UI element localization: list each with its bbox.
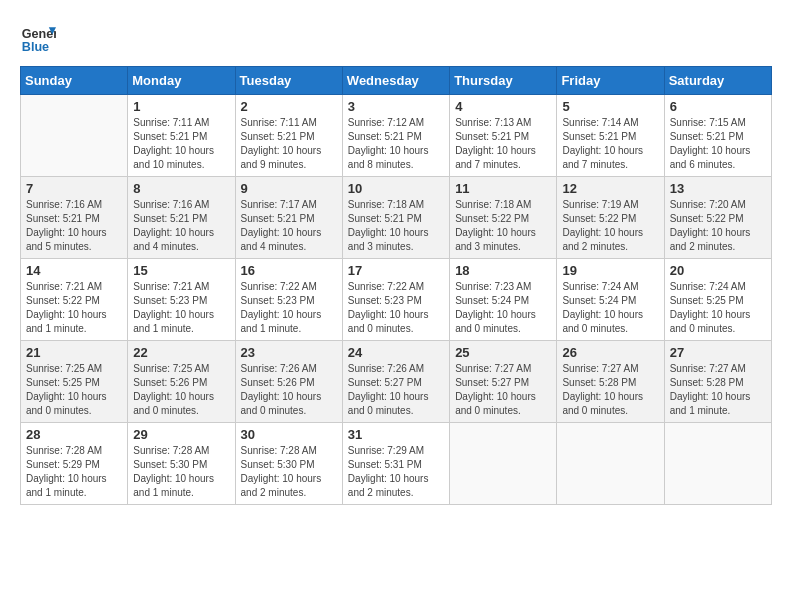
day-info: Sunrise: 7:22 AM Sunset: 5:23 PM Dayligh… <box>348 280 444 336</box>
calendar-cell <box>21 95 128 177</box>
calendar-cell: 31Sunrise: 7:29 AM Sunset: 5:31 PM Dayli… <box>342 423 449 505</box>
day-number: 20 <box>670 263 766 278</box>
calendar-cell: 11Sunrise: 7:18 AM Sunset: 5:22 PM Dayli… <box>450 177 557 259</box>
day-number: 3 <box>348 99 444 114</box>
logo: General Blue <box>20 20 62 56</box>
calendar-cell: 3Sunrise: 7:12 AM Sunset: 5:21 PM Daylig… <box>342 95 449 177</box>
day-info: Sunrise: 7:20 AM Sunset: 5:22 PM Dayligh… <box>670 198 766 254</box>
day-info: Sunrise: 7:28 AM Sunset: 5:30 PM Dayligh… <box>133 444 229 500</box>
day-number: 24 <box>348 345 444 360</box>
day-number: 26 <box>562 345 658 360</box>
day-of-week-header: Sunday <box>21 67 128 95</box>
calendar-cell: 22Sunrise: 7:25 AM Sunset: 5:26 PM Dayli… <box>128 341 235 423</box>
day-number: 13 <box>670 181 766 196</box>
calendar-cell: 15Sunrise: 7:21 AM Sunset: 5:23 PM Dayli… <box>128 259 235 341</box>
calendar-cell: 1Sunrise: 7:11 AM Sunset: 5:21 PM Daylig… <box>128 95 235 177</box>
day-info: Sunrise: 7:12 AM Sunset: 5:21 PM Dayligh… <box>348 116 444 172</box>
calendar-cell: 5Sunrise: 7:14 AM Sunset: 5:21 PM Daylig… <box>557 95 664 177</box>
day-number: 5 <box>562 99 658 114</box>
calendar-cell: 9Sunrise: 7:17 AM Sunset: 5:21 PM Daylig… <box>235 177 342 259</box>
day-info: Sunrise: 7:25 AM Sunset: 5:26 PM Dayligh… <box>133 362 229 418</box>
day-number: 14 <box>26 263 122 278</box>
day-number: 25 <box>455 345 551 360</box>
day-info: Sunrise: 7:15 AM Sunset: 5:21 PM Dayligh… <box>670 116 766 172</box>
calendar-cell: 24Sunrise: 7:26 AM Sunset: 5:27 PM Dayli… <box>342 341 449 423</box>
day-info: Sunrise: 7:17 AM Sunset: 5:21 PM Dayligh… <box>241 198 337 254</box>
day-number: 17 <box>348 263 444 278</box>
day-info: Sunrise: 7:27 AM Sunset: 5:28 PM Dayligh… <box>670 362 766 418</box>
day-number: 11 <box>455 181 551 196</box>
calendar-cell: 28Sunrise: 7:28 AM Sunset: 5:29 PM Dayli… <box>21 423 128 505</box>
calendar-cell <box>557 423 664 505</box>
calendar-cell: 13Sunrise: 7:20 AM Sunset: 5:22 PM Dayli… <box>664 177 771 259</box>
calendar-cell: 7Sunrise: 7:16 AM Sunset: 5:21 PM Daylig… <box>21 177 128 259</box>
day-number: 2 <box>241 99 337 114</box>
day-info: Sunrise: 7:11 AM Sunset: 5:21 PM Dayligh… <box>241 116 337 172</box>
day-info: Sunrise: 7:21 AM Sunset: 5:23 PM Dayligh… <box>133 280 229 336</box>
logo-icon: General Blue <box>20 20 56 56</box>
calendar-cell: 21Sunrise: 7:25 AM Sunset: 5:25 PM Dayli… <box>21 341 128 423</box>
day-of-week-header: Saturday <box>664 67 771 95</box>
page-header: General Blue <box>20 20 772 56</box>
calendar-cell: 16Sunrise: 7:22 AM Sunset: 5:23 PM Dayli… <box>235 259 342 341</box>
day-info: Sunrise: 7:22 AM Sunset: 5:23 PM Dayligh… <box>241 280 337 336</box>
day-info: Sunrise: 7:24 AM Sunset: 5:24 PM Dayligh… <box>562 280 658 336</box>
day-info: Sunrise: 7:13 AM Sunset: 5:21 PM Dayligh… <box>455 116 551 172</box>
day-number: 7 <box>26 181 122 196</box>
day-number: 10 <box>348 181 444 196</box>
day-number: 29 <box>133 427 229 442</box>
day-of-week-header: Thursday <box>450 67 557 95</box>
calendar-cell <box>664 423 771 505</box>
day-info: Sunrise: 7:24 AM Sunset: 5:25 PM Dayligh… <box>670 280 766 336</box>
day-info: Sunrise: 7:26 AM Sunset: 5:27 PM Dayligh… <box>348 362 444 418</box>
svg-text:Blue: Blue <box>22 40 49 54</box>
calendar-week-row: 28Sunrise: 7:28 AM Sunset: 5:29 PM Dayli… <box>21 423 772 505</box>
calendar-cell: 8Sunrise: 7:16 AM Sunset: 5:21 PM Daylig… <box>128 177 235 259</box>
calendar-cell <box>450 423 557 505</box>
calendar-week-row: 21Sunrise: 7:25 AM Sunset: 5:25 PM Dayli… <box>21 341 772 423</box>
day-info: Sunrise: 7:27 AM Sunset: 5:28 PM Dayligh… <box>562 362 658 418</box>
day-info: Sunrise: 7:29 AM Sunset: 5:31 PM Dayligh… <box>348 444 444 500</box>
day-number: 8 <box>133 181 229 196</box>
day-info: Sunrise: 7:16 AM Sunset: 5:21 PM Dayligh… <box>26 198 122 254</box>
calendar-cell: 4Sunrise: 7:13 AM Sunset: 5:21 PM Daylig… <box>450 95 557 177</box>
calendar-week-row: 14Sunrise: 7:21 AM Sunset: 5:22 PM Dayli… <box>21 259 772 341</box>
day-number: 30 <box>241 427 337 442</box>
day-number: 18 <box>455 263 551 278</box>
day-info: Sunrise: 7:11 AM Sunset: 5:21 PM Dayligh… <box>133 116 229 172</box>
day-number: 31 <box>348 427 444 442</box>
calendar-cell: 20Sunrise: 7:24 AM Sunset: 5:25 PM Dayli… <box>664 259 771 341</box>
day-number: 19 <box>562 263 658 278</box>
day-number: 22 <box>133 345 229 360</box>
calendar-cell: 6Sunrise: 7:15 AM Sunset: 5:21 PM Daylig… <box>664 95 771 177</box>
day-number: 15 <box>133 263 229 278</box>
calendar-cell: 14Sunrise: 7:21 AM Sunset: 5:22 PM Dayli… <box>21 259 128 341</box>
day-info: Sunrise: 7:19 AM Sunset: 5:22 PM Dayligh… <box>562 198 658 254</box>
calendar-cell: 12Sunrise: 7:19 AM Sunset: 5:22 PM Dayli… <box>557 177 664 259</box>
day-number: 21 <box>26 345 122 360</box>
day-number: 6 <box>670 99 766 114</box>
day-number: 4 <box>455 99 551 114</box>
calendar-cell: 29Sunrise: 7:28 AM Sunset: 5:30 PM Dayli… <box>128 423 235 505</box>
day-info: Sunrise: 7:23 AM Sunset: 5:24 PM Dayligh… <box>455 280 551 336</box>
day-number: 1 <box>133 99 229 114</box>
day-info: Sunrise: 7:21 AM Sunset: 5:22 PM Dayligh… <box>26 280 122 336</box>
day-number: 23 <box>241 345 337 360</box>
day-info: Sunrise: 7:14 AM Sunset: 5:21 PM Dayligh… <box>562 116 658 172</box>
day-info: Sunrise: 7:28 AM Sunset: 5:30 PM Dayligh… <box>241 444 337 500</box>
calendar-cell: 27Sunrise: 7:27 AM Sunset: 5:28 PM Dayli… <box>664 341 771 423</box>
calendar-cell: 10Sunrise: 7:18 AM Sunset: 5:21 PM Dayli… <box>342 177 449 259</box>
calendar-cell: 18Sunrise: 7:23 AM Sunset: 5:24 PM Dayli… <box>450 259 557 341</box>
day-number: 16 <box>241 263 337 278</box>
day-number: 28 <box>26 427 122 442</box>
day-info: Sunrise: 7:18 AM Sunset: 5:22 PM Dayligh… <box>455 198 551 254</box>
calendar-cell: 23Sunrise: 7:26 AM Sunset: 5:26 PM Dayli… <box>235 341 342 423</box>
day-info: Sunrise: 7:27 AM Sunset: 5:27 PM Dayligh… <box>455 362 551 418</box>
day-info: Sunrise: 7:18 AM Sunset: 5:21 PM Dayligh… <box>348 198 444 254</box>
day-of-week-header: Wednesday <box>342 67 449 95</box>
calendar-cell: 19Sunrise: 7:24 AM Sunset: 5:24 PM Dayli… <box>557 259 664 341</box>
day-number: 9 <box>241 181 337 196</box>
day-of-week-header: Friday <box>557 67 664 95</box>
day-number: 27 <box>670 345 766 360</box>
day-number: 12 <box>562 181 658 196</box>
